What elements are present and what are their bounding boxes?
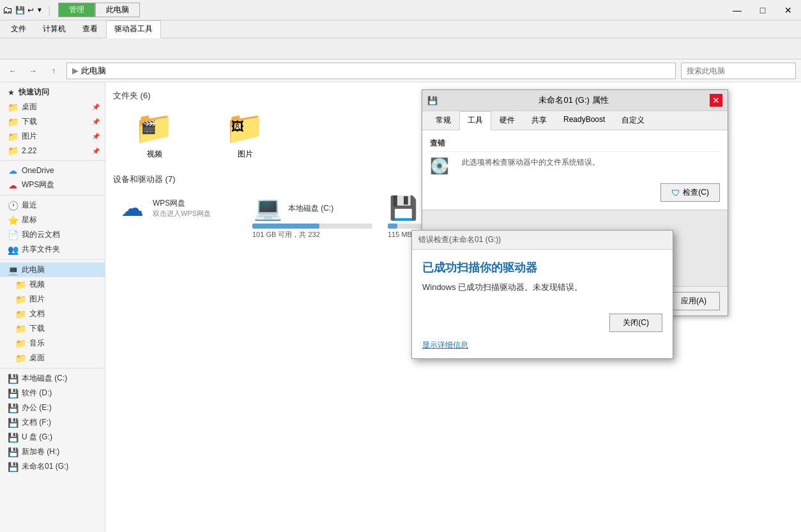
app-icon: 🗂 [3,4,13,16]
tab-this-pc[interactable]: 此电脑 [95,3,140,17]
sidebar-item-downloads[interactable]: 📁 下载 [0,321,105,336]
error-check-dialog: 错误检查(未命名01 (G:)) 已成功扫描你的驱动器 Windows 已成功扫… [411,230,673,359]
sidebar-divider [0,160,105,161]
sidebar-group-quick-access: ★ 快速访问 [0,85,105,100]
quick-access-icon1[interactable]: 💾 [15,6,25,15]
folder-item-video[interactable]: 📁 🎬 视频 [113,108,196,163]
sidebar-item-this-pc[interactable]: 💻 此电脑 [0,262,105,277]
folder-icon: 📁 [8,102,18,112]
property-tab-hardware[interactable]: 硬件 [491,111,523,130]
check-close-button[interactable]: 关闭(C) [609,314,662,332]
sidebar-label-222: 2.22 [22,146,36,155]
wps-icon: ☁ [8,180,18,190]
sidebar-label-shared-folder: 共享文件夹 [22,244,60,255]
property-tab-share[interactable]: 共享 [523,111,555,130]
downloads-folder-icon: 📁 [15,324,26,334]
sidebar-item-recent[interactable]: 🕐 最近 [0,198,105,213]
ribbon-tab-computer[interactable]: 计算机 [34,20,74,38]
drive-e-icon: 💾 [8,403,18,413]
sidebar-item-drive-d[interactable]: 💾 软件 (D:) [0,386,105,400]
sidebar-item-starred[interactable]: ⭐ 星标 [0,213,105,227]
tab-manage[interactable]: 管理 [58,3,95,17]
pin-icon: 📌 [92,148,100,155]
sidebar-item-drive-g[interactable]: 💾 U 盘 (G:) [0,430,105,445]
address-path[interactable]: ▶ 此电脑 [66,63,676,79]
ribbon-tab-view[interactable]: 查看 [74,20,106,38]
quick-access-icon2[interactable]: ↩ [27,6,34,15]
sidebar-item-pictures[interactable]: 📁 图片 📌 [0,129,105,144]
check-button[interactable]: 🛡 检查(C) [660,183,720,202]
device-wps-cloud[interactable]: ☁ WPS网盘 双击进入WPS网盘 [113,192,241,243]
property-tab-tools[interactable]: 工具 [459,111,491,130]
sidebar-label-desk: 桌面 [29,353,45,363]
search-input[interactable] [681,63,796,79]
disk-icon: 💽 [430,157,449,175]
device-c-space: 101 GB 可用，共 232 [252,230,372,239]
sidebar-item-drive-e[interactable]: 💾 办公 (E:) [0,400,105,415]
star-icon: ★ [8,88,15,97]
pin-icon: 📌 [92,118,100,125]
sidebar-item-download[interactable]: 📁 下载 📌 [0,114,105,129]
shield-icon: 🛡 [671,188,680,198]
sidebar-label-onedrive: OneDrive [22,166,54,175]
video-overlay-icon: 🎬 [141,119,156,135]
check-success-title: 已成功扫描你的驱动器 [422,260,662,275]
sidebar-item-desk[interactable]: 📁 桌面 [0,351,105,365]
clock-icon: 🕐 [8,201,18,211]
ribbon: 文件 计算机 查看 驱动器工具 [0,20,801,59]
sidebar-item-music[interactable]: 📁 音乐 [0,336,105,351]
check-section-title: 查错 [430,138,720,152]
property-apply-button[interactable]: 应用(A) [668,292,720,310]
sidebar-label-starred: 星标 [22,215,37,225]
window-controls: — □ ✕ [724,0,801,20]
sidebar-item-pics[interactable]: 📁 图片 [0,292,105,307]
sidebar-label-recent: 最近 [22,200,37,211]
device-h-fill [388,224,397,229]
sidebar-item-wps[interactable]: ☁ WPS网盘 [0,178,105,192]
ribbon-tab-drive-tools[interactable]: 驱动器工具 [106,20,161,38]
forward-button[interactable]: → [26,63,41,79]
property-dialog-close[interactable]: ✕ [710,94,722,107]
sidebar-label-drive-g: U 盘 (G:) [22,432,52,443]
check-btn-label: 检查(C) [683,187,709,198]
up-button[interactable]: ↑ [46,63,61,79]
ribbon-tab-file[interactable]: 文件 [3,20,34,38]
folder-item-picture[interactable]: 📁 🖼 图片 [204,108,287,163]
sidebar-item-drive-h[interactable]: 💾 新加卷 (H:) [0,445,105,459]
device-c-progress-bar [252,224,372,229]
pic-folder-icon: 📁 [15,294,26,305]
property-tab-general[interactable]: 常规 [427,111,459,130]
sidebar-item-drive-c[interactable]: 💾 本地磁盘 (C:) [0,371,105,386]
back-button[interactable]: ← [5,63,20,79]
sidebar-item-222[interactable]: 📁 2.22 📌 [0,144,105,158]
check-desc: 此选项将检查驱动器中的文件系统错误。 [462,157,600,168]
sidebar-label-drive-c: 本地磁盘 (C:) [22,373,67,384]
property-tab-readyboost[interactable]: ReadyBoost [555,111,613,130]
sidebar-item-desktop[interactable]: 📁 桌面 📌 [0,100,105,114]
sidebar-item-docs[interactable]: 📁 文档 [0,307,105,321]
sidebar-label-downloads: 下载 [29,323,45,334]
sidebar-item-cloud-docs[interactable]: 📄 我的云文档 [0,227,105,242]
device-local-c[interactable]: 💻 本地磁盘 (C:) 101 GB 可用，共 232 [248,192,376,243]
sidebar-label-pictures: 图片 [22,131,37,142]
sidebar-item-onedrive[interactable]: ☁ OneDrive [0,163,105,178]
close-button[interactable]: ✕ [775,0,801,20]
drive-h-device-icon: 💾 [388,195,418,221]
dropdown-arrow[interactable]: ▼ [36,6,43,13]
minimize-button[interactable]: — [724,0,750,20]
sidebar-item-videos[interactable]: 📁 视频 [0,277,105,292]
device-c-name: 本地磁盘 (C:) [288,203,372,214]
dialog-disk-icon-title: 💾 [427,96,438,105]
property-tab-custom[interactable]: 自定义 [613,111,653,130]
windows-icon: 💻 [252,195,283,221]
sidebar-label-quick-access: 快速访问 [19,87,49,98]
sidebar-item-drive-unnamed[interactable]: 💾 未命名01 (G:) [0,459,105,474]
sidebar-label-desktop: 桌面 [22,102,37,112]
sidebar-item-shared-folder[interactable]: 👥 共享文件夹 [0,242,105,257]
check-detail-link[interactable]: 显示详细信息 [412,340,673,358]
sidebar-item-drive-f[interactable]: 💾 文档 (F:) [0,415,105,430]
folder-icon: 📁 [8,132,18,142]
maximize-button[interactable]: □ [750,0,775,20]
sidebar-label-music: 音乐 [29,338,45,349]
title-bar-tabs: 管理 此电脑 [58,3,140,17]
